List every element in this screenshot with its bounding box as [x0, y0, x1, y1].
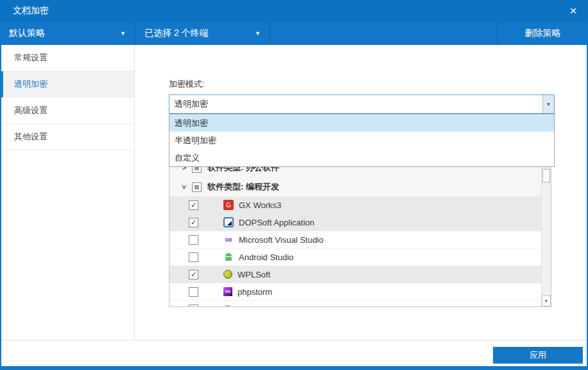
window-bottom-border: [0, 366, 588, 370]
terminal-dropdown[interactable]: 已选择 2 个终端 ▼: [135, 22, 270, 45]
app-checkbox[interactable]: [189, 252, 198, 262]
settings-sidebar: 常规设置透明加密高级设置其他设置: [1, 45, 135, 340]
tristate-fill: [195, 185, 199, 189]
delete-policy-label: 删除策略: [525, 28, 561, 39]
app-label: DOPSoft Application: [239, 218, 315, 227]
app-checkbox[interactable]: ✓: [189, 200, 198, 210]
list-item[interactable]: ✓DOPSoft Application: [169, 214, 541, 231]
android-studio-icon: [223, 252, 234, 262]
scroll-down-icon[interactable]: ▼: [542, 295, 551, 306]
delete-policy-button[interactable]: 删除策略: [497, 22, 588, 45]
encryption-mode-select[interactable]: 透明加密 ▼: [169, 94, 555, 114]
app-checkbox[interactable]: [189, 287, 198, 297]
dropdown-option-0[interactable]: 透明加密: [169, 114, 554, 132]
chevron-down-icon: ▼: [255, 30, 261, 37]
policy-dropdown[interactable]: 默认策略 ▼: [0, 22, 135, 45]
toolbar: 默认策略 ▼ 已选择 2 个终端 ▼ 删除策略: [0, 21, 588, 45]
dopsoft-icon: [223, 217, 234, 227]
app-checkbox[interactable]: ✓: [189, 270, 198, 279]
editplus-icon: [223, 305, 232, 307]
list-item[interactable]: PSphpstorm: [169, 283, 541, 301]
apply-button[interactable]: 应用: [493, 347, 583, 364]
sidebar-item-3[interactable]: 其他设置: [1, 124, 134, 150]
sidebar-item-0[interactable]: 常规设置: [1, 45, 134, 71]
app-label: GX Works3: [239, 200, 281, 210]
sidebar-item-1[interactable]: 透明加密: [1, 71, 134, 98]
select-arrow-button[interactable]: ▼: [542, 95, 554, 113]
list-item[interactable]: ∞Microsoft Visual Studio: [169, 231, 541, 249]
phpstorm-icon: PS: [223, 287, 232, 296]
encryption-mode-value: 透明加密: [169, 98, 542, 110]
encryption-mode-dropdown: 透明加密半透明加密自定义: [169, 114, 555, 167]
dropdown-option-2[interactable]: 自定义: [169, 149, 554, 166]
app-label: phpstorm: [238, 287, 272, 297]
visual-studio-icon: ∞: [223, 234, 234, 245]
chevron-expanded-icon[interactable]: >: [180, 182, 188, 191]
list-item[interactable]: ✓GGX Works3: [169, 197, 541, 214]
gx-works3-icon: G: [223, 200, 234, 210]
app-checkbox[interactable]: ✓: [189, 218, 198, 227]
sidebar-item-2[interactable]: 高级设置: [1, 98, 134, 124]
app-label: EditPlus: [237, 304, 268, 307]
group-row[interactable]: >软件类型: 编程开发: [169, 177, 541, 197]
list-item[interactable]: Android Studio: [169, 249, 541, 266]
page-title: 文档加密: [13, 5, 49, 17]
document-encryption-dialog: 文档加密 × 默认策略 ▼ 已选择 2 个终端 ▼ 删除策略 常规设置透明加密高…: [0, 0, 588, 370]
software-list-rows: >软件类型: 办公软件>软件类型: 编程开发✓GGX Works3✓DOPSof…: [169, 158, 541, 306]
window-left-border: [0, 21, 1, 370]
scrollbar-thumb[interactable]: [542, 169, 550, 182]
chevron-down-icon: ▼: [546, 101, 551, 107]
app-label: Microsoft Visual Studio: [239, 235, 324, 245]
dropdown-option-1[interactable]: 半透明加密: [169, 132, 554, 149]
close-icon[interactable]: ×: [565, 3, 582, 19]
policy-dropdown-label: 默认策略: [9, 28, 45, 39]
list-item[interactable]: EditPlus: [169, 301, 541, 306]
scrollbar[interactable]: ▲ ▼: [541, 158, 551, 306]
footer-divider: [1, 340, 587, 340]
software-list: >软件类型: 办公软件>软件类型: 编程开发✓GGX Works3✓DOPSof…: [169, 157, 551, 307]
group-label: 软件类型: 编程开发: [207, 181, 279, 193]
app-checkbox[interactable]: [189, 235, 198, 245]
titlebar: 文档加密 ×: [0, 0, 588, 21]
toolbar-spacer: [270, 22, 497, 45]
tristate-checkbox[interactable]: [192, 182, 202, 192]
wplsoft-icon: [223, 270, 232, 279]
chevron-down-icon: ▼: [120, 30, 126, 37]
terminal-dropdown-label: 已选择 2 个终端: [144, 28, 209, 39]
app-label: Android Studio: [239, 252, 293, 262]
list-item[interactable]: ✓WPLSoft: [169, 266, 541, 283]
app-label: WPLSoft: [238, 270, 270, 279]
app-checkbox[interactable]: [189, 304, 198, 307]
encryption-mode-label: 加密模式:: [169, 78, 205, 90]
